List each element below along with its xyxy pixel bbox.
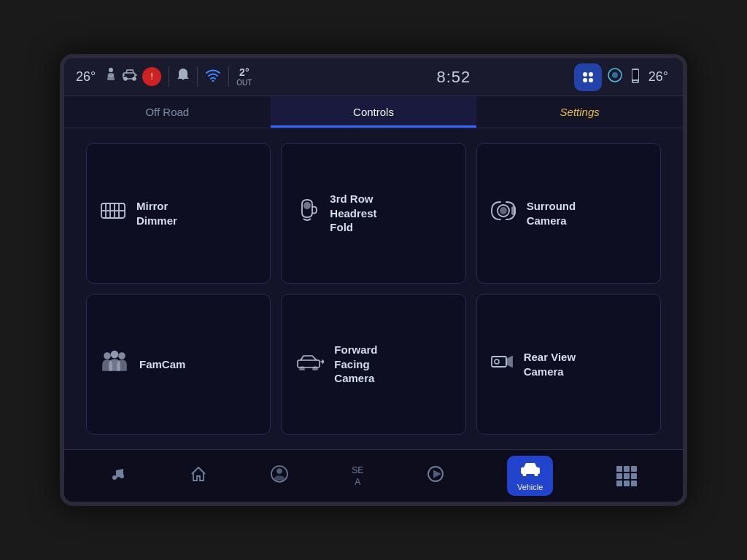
rear-view-camera-label: Rear ViewCamera	[524, 350, 576, 378]
divider-1	[169, 66, 169, 87]
headrest-fold-button[interactable]: 3rd RowHeadrestFold	[281, 143, 465, 284]
nav-media[interactable]	[427, 465, 444, 487]
play-icon	[427, 465, 444, 487]
famcam-icon	[100, 350, 129, 378]
music-icon	[110, 466, 126, 486]
svg-rect-37	[521, 467, 540, 474]
clock: 8:52	[339, 68, 568, 87]
svg-rect-11	[633, 81, 638, 82]
svg-point-25	[119, 353, 125, 359]
surround-camera-icon	[490, 201, 516, 226]
nav-a-label: A	[355, 477, 360, 487]
mirror-dimmer-button[interactable]: MirrorDimmer	[86, 143, 271, 284]
svg-rect-26	[298, 360, 320, 368]
status-right: 26°	[608, 68, 671, 86]
alexa-icon	[608, 68, 622, 86]
status-bar: 26°	[64, 58, 683, 96]
svg-point-34	[277, 469, 282, 473]
warning-icon: !	[142, 67, 161, 86]
svg-point-4	[212, 80, 214, 82]
nav-vehicle[interactable]: Vehicle	[507, 456, 553, 496]
grid-apps-icon	[616, 466, 637, 486]
svg-point-5	[583, 72, 587, 77]
vehicle-icon	[519, 460, 541, 481]
driver-icon	[270, 464, 289, 488]
seatbelt-icon	[104, 67, 117, 86]
svg-point-8	[589, 78, 593, 82]
rear-view-camera-icon	[490, 351, 514, 377]
svg-point-23	[104, 353, 110, 359]
nav-se-label: SE	[352, 465, 363, 475]
outside-temp: 2° OUT	[236, 66, 252, 88]
svg-point-30	[495, 359, 499, 364]
mirror-dimmer-label: MirrorDimmer	[136, 199, 177, 228]
svg-point-2	[124, 77, 127, 80]
svg-point-7	[583, 78, 587, 82]
svg-rect-22	[512, 207, 515, 214]
svg-point-19	[304, 203, 310, 209]
vehicle-label: Vehicle	[517, 483, 543, 491]
headrest-icon	[295, 198, 320, 228]
famcam-button[interactable]: FamCam	[86, 294, 271, 435]
mirror-dimmer-icon	[100, 201, 126, 226]
nav-apps[interactable]	[616, 466, 637, 486]
nav-driver[interactable]	[270, 464, 289, 488]
engine-icon	[122, 69, 138, 85]
surround-camera-button[interactable]: SurroundCamera	[476, 143, 661, 284]
svg-point-27	[300, 367, 304, 370]
main-screen: 26°	[60, 54, 687, 506]
nav-tabs: Off Road Controls Settings	[64, 96, 683, 128]
svg-marker-36	[434, 471, 440, 477]
forward-camera-button[interactable]: ForwardFacingCamera	[281, 294, 465, 435]
svg-point-24	[112, 351, 118, 358]
nav-music[interactable]	[110, 466, 126, 486]
svg-point-21	[500, 208, 506, 214]
tab-controls[interactable]: Controls	[271, 96, 477, 128]
phone-icon	[630, 69, 641, 86]
nav-home[interactable]	[190, 465, 207, 487]
temp-left: 26°	[76, 69, 96, 85]
svg-point-0	[109, 68, 113, 72]
bell-icon	[177, 68, 190, 85]
nav-se[interactable]: SE A	[352, 465, 363, 487]
svg-point-32	[120, 474, 124, 478]
forward-camera-icon	[295, 353, 324, 376]
apps-button[interactable]	[574, 63, 602, 91]
svg-point-3	[133, 77, 136, 80]
svg-rect-12	[632, 70, 638, 79]
svg-point-28	[313, 367, 317, 370]
wifi-icon	[205, 69, 221, 85]
svg-point-10	[612, 72, 618, 78]
bottom-nav: SE A Vehicle	[64, 449, 683, 502]
controls-grid: MirrorDimmer 3rd RowHeadrestFold	[64, 128, 683, 449]
svg-point-6	[589, 72, 593, 77]
divider-3	[228, 66, 229, 87]
divider-2	[197, 66, 198, 87]
svg-point-31	[112, 475, 117, 480]
status-icons: ! 2°	[104, 66, 333, 88]
home-icon	[190, 465, 207, 487]
famcam-label: FamCam	[139, 357, 185, 372]
forward-camera-label: ForwardFacingCamera	[334, 343, 377, 386]
tab-settings[interactable]: Settings	[476, 96, 683, 128]
temp-right: 26°	[649, 69, 668, 85]
surround-camera-label: SurroundCamera	[527, 199, 576, 228]
tab-offroad[interactable]: Off Road	[64, 96, 271, 128]
headrest-fold-label: 3rd RowHeadrestFold	[330, 192, 376, 235]
rear-view-camera-button[interactable]: Rear ViewCamera	[476, 294, 661, 435]
